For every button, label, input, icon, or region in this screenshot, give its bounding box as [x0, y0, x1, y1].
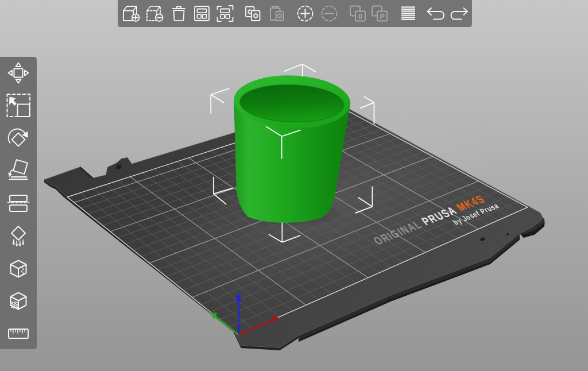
svg-text:P: P — [380, 13, 384, 21]
svg-text:0: 0 — [358, 13, 362, 21]
